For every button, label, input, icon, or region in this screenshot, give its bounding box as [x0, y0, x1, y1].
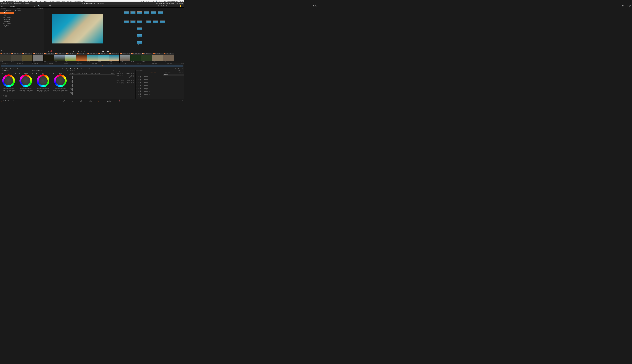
- menu-clip[interactable]: Clip: [35, 0, 38, 2]
- keyframe-row[interactable]: ●◇◆▸Corrector 9: [136, 88, 184, 89]
- bin-master[interactable]: ▾ Master: [0, 8, 14, 10]
- hue-value[interactable]: 50.00: [55, 96, 58, 97]
- wheel-val[interactable]: 0.02: [6, 90, 8, 91]
- keyframe-row[interactable]: ●◇◆▸Corrector 5: [136, 82, 184, 83]
- wheel-val[interactable]: 25.00: [61, 90, 64, 91]
- search-icon[interactable]: 🔍 ▾: [38, 5, 41, 7]
- mini-track[interactable]: [1, 65, 183, 66]
- clip-thumb[interactable]: 0210:40:09:01V1RED: [11, 53, 22, 63]
- window-icon[interactable]: ◇: [13, 67, 15, 69]
- node[interactable]: [124, 12, 129, 14]
- wheel-val[interactable]: 0.02: [9, 90, 12, 91]
- settings-icon[interactable]: ⚙: [182, 100, 183, 102]
- viewer-frame[interactable]: [52, 14, 104, 44]
- picker-icon[interactable]: ◉: [2, 72, 3, 74]
- camera-icon[interactable]: 📷: [88, 67, 90, 69]
- reset-icon[interactable]: ⟲: [15, 72, 16, 74]
- viewer-timecode[interactable]: 00:00:00:00: [158, 5, 167, 7]
- picker-icon[interactable]: ◉: [53, 72, 54, 74]
- clip-thumb[interactable]: 0410:24:18:05V1RED: [32, 53, 44, 63]
- clip-thumb[interactable]: 1300:00:00:00V1H.264: [130, 53, 141, 63]
- cursor-icon[interactable]: ↖: [177, 5, 178, 7]
- node[interactable]: [153, 20, 158, 24]
- bin-item[interactable]: Dailies: [0, 12, 14, 14]
- keyframe-row[interactable]: ●◇◆▸Corrector 3: [136, 78, 184, 80]
- app-menu[interactable]: DaVinci Resolve: [3, 0, 14, 2]
- qualifier-toggle-icon[interactable]: ✎: [1, 96, 2, 97]
- keyframe-row[interactable]: ●◇◆▸Corrector 7: [136, 85, 184, 86]
- page-1[interactable]: 1: [6, 96, 7, 97]
- wheels-mode[interactable]: Primaries Wheels ▾: [32, 70, 43, 72]
- master-bar[interactable]: [54, 88, 66, 89]
- wheel-val[interactable]: 25.00: [64, 90, 68, 91]
- viewer-mode-icon[interactable]: ▯▯: [48, 8, 49, 9]
- delete-button[interactable]: Delete: [110, 73, 114, 74]
- kf-expand-icon[interactable]: ⛶: [182, 70, 183, 72]
- node[interactable]: [158, 12, 163, 14]
- picker-icon[interactable]: ◉: [36, 72, 37, 74]
- node[interactable]: [137, 28, 142, 30]
- node[interactable]: [137, 34, 142, 37]
- volume-icon[interactable]: 🔊: [156, 0, 157, 2]
- expand-icon[interactable]: ⛶: [171, 5, 172, 7]
- wheel-val[interactable]: -0.06: [30, 90, 32, 91]
- wheel-val[interactable]: 1.00: [37, 90, 40, 91]
- clip-thumb[interactable]: 0716:17:14:09V1RED: [65, 53, 76, 63]
- nav-back-icon[interactable]: ‹: [5, 5, 5, 7]
- keyframe-row[interactable]: ●◇◆▸Corrector 8: [136, 86, 184, 88]
- page-fairlight[interactable]: ♪Fairlight: [107, 99, 111, 102]
- menubar-status-icon[interactable]: ◐: [151, 0, 152, 2]
- viewer-mode-icon[interactable]: ▭: [45, 8, 46, 9]
- page-media[interactable]: ▦Media: [63, 99, 66, 102]
- window-pen[interactable]: ✎● ▢: [70, 88, 114, 92]
- wheel-val[interactable]: 25.00: [53, 90, 56, 91]
- clip-thumb[interactable]: 0800:12:04:13V1H.264: [76, 53, 87, 63]
- keyframe-row[interactable]: ●◇◆▸Corrector 13: [136, 94, 184, 95]
- loop-button[interactable]: ⟳: [84, 50, 85, 52]
- tf-val[interactable]: 50.00: [119, 75, 123, 76]
- info-icon[interactable]: ⓘ: [181, 67, 183, 69]
- wheel[interactable]: [20, 74, 32, 87]
- home-icon[interactable]: ⌂: [179, 100, 180, 102]
- menu-view[interactable]: View: [44, 0, 47, 2]
- qualifier-icon[interactable]: ◐: [5, 67, 7, 69]
- bin-menu-icon[interactable]: ▦ ▾: [1, 5, 4, 7]
- menubar-status-icon[interactable]: ◉: [140, 0, 142, 2]
- timeline-toggle[interactable]: ▬ Timeline: [23, 3, 29, 4]
- page-color[interactable]: ✦Color: [98, 99, 101, 102]
- match-frame-icon[interactable]: ⊡: [48, 50, 49, 52]
- keyframe-mode-icon[interactable]: 👁: [174, 67, 176, 69]
- wheel-val[interactable]: -0.06: [23, 90, 26, 91]
- notifications-icon[interactable]: ≡: [182, 0, 183, 2]
- node[interactable]: [137, 41, 142, 44]
- node[interactable]: [137, 20, 142, 24]
- clip-thumb[interactable]: 1100:00:00:00V1H.264: [109, 53, 120, 63]
- tf-val[interactable]: 100.00: [130, 76, 134, 78]
- kf-mode[interactable]: All: [178, 70, 180, 72]
- thumb-view-icon[interactable]: ▦: [34, 5, 35, 7]
- menu-fusion[interactable]: Fusion: [56, 0, 60, 2]
- node-editor[interactable]: 010203040506070809141516111213: [110, 8, 184, 53]
- menu-workspace[interactable]: Workspace: [74, 0, 81, 2]
- waveform-icon[interactable]: ⊞: [178, 67, 180, 69]
- node[interactable]: [144, 12, 149, 14]
- node[interactable]: [130, 20, 136, 24]
- shape-gradient[interactable]: ▨ Gradient: [94, 73, 100, 74]
- page-edit[interactable]: ▤Edit: [80, 99, 82, 102]
- pivot-value[interactable]: 0.435: [42, 96, 44, 97]
- menu-edit[interactable]: Edit: [19, 0, 22, 2]
- menu-color[interactable]: Color: [62, 0, 66, 2]
- menu-help[interactable]: Help: [83, 0, 86, 2]
- tf-val[interactable]: 50.00: [130, 80, 134, 82]
- page-fusion[interactable]: ∞Fusion: [88, 99, 92, 102]
- tf-val[interactable]: 50.00: [130, 82, 134, 83]
- col-clipname[interactable]: Clip Name: [15, 8, 38, 9]
- scopes-icon[interactable]: ◯: [9, 67, 11, 69]
- window-linear[interactable]: ▢● ▢: [70, 76, 114, 79]
- clip-thumb[interactable]: 0900:00:00:00V1H.264: [87, 53, 98, 63]
- clip-thumb[interactable]: 1600:00:34:01V1H.264: [163, 53, 174, 63]
- clips-toggle[interactable]: ▦ Clips ▾: [156, 3, 162, 4]
- loop-icon[interactable]: ○▾: [46, 50, 47, 52]
- mini-timeline[interactable]: 01:00:00:0001:00:23:0201:00:46:0401:01:0…: [0, 63, 184, 67]
- bin-item[interactable]: ▾ 01_Timelines: [0, 10, 14, 12]
